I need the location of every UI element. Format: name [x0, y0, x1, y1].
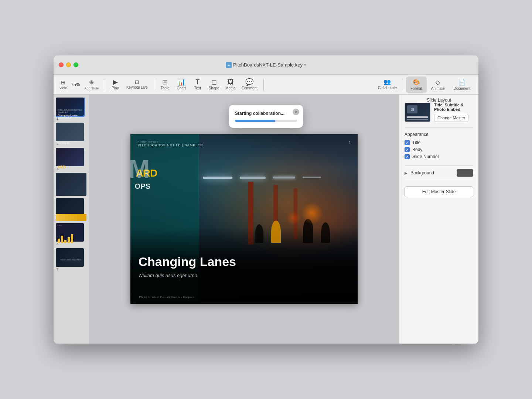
collab-popup: Starting collaboration... ✕ [229, 105, 303, 128]
separator-3 [263, 79, 264, 91]
view-button[interactable]: ⊞ View [57, 76, 69, 93]
slide-thumb-1[interactable]: PITCHBOARDS NXT LE | SAMPLER Changing La… [56, 98, 86, 120]
table-button[interactable]: ⊞ Table [157, 76, 173, 93]
layout-image-icon: 🖼 [407, 105, 417, 113]
background-color-swatch[interactable] [457, 169, 473, 177]
slide-thumb-4[interactable]: 4 [56, 173, 86, 196]
person-2 [271, 221, 281, 243]
light-glow-2 [286, 211, 301, 225]
canvas-area: PRODUCTION PITCHBOARDS NXT LE | SAMPLER … [89, 95, 399, 344]
slide-thumbnail-4 [56, 173, 84, 191]
main-title: Changing Lanes [139, 255, 236, 269]
maximize-button[interactable] [74, 62, 78, 67]
slide-thumb-7[interactable]: There's More. Much More. 7 [56, 248, 86, 271]
zoom-button[interactable]: 75% [69, 76, 82, 93]
file-icon [226, 62, 232, 68]
chart-icon: 📊 [177, 79, 185, 85]
panel-controls: 🎨 Format ◇ Animate 📄 Document [406, 76, 475, 93]
checkbox-body[interactable]: ✓ Body [405, 147, 473, 152]
slide-subtitle: Nullam quis risus eget urna. [139, 273, 199, 278]
table-icon: ⊞ [162, 79, 168, 85]
titlebar: PitchBoardsNXT-LE-Sample.key ▾ [54, 55, 478, 75]
slide-caption: Photo: Untitled, Osman Rana via Unsplash [139, 296, 195, 299]
document-panel-button[interactable]: 📄 Document [449, 76, 475, 93]
background-row: ▶ Background [405, 169, 473, 177]
close-button[interactable] [59, 62, 64, 67]
chart-bars [58, 234, 73, 243]
slide-layout-title: Slide Layout [399, 95, 478, 103]
slide-canvas[interactable]: PRODUCTION PITCHBOARDS NXT LE | SAMPLER … [130, 134, 358, 304]
slide-thumb-3[interactable]: ARD 3 [56, 148, 86, 171]
layout-line-2 [407, 119, 428, 120]
document-panel-icon: 📄 [458, 79, 466, 86]
keynote-live-button[interactable]: ⊡ Keynote Live [123, 76, 151, 93]
text-icon: T [195, 79, 200, 85]
window-title: PitchBoardsNXT-LE-Sample.key ▾ [226, 62, 306, 68]
layout-name: Title, Subtitle & Photo Embed [434, 103, 473, 112]
checkbox-slide-number-box[interactable]: ✓ [405, 154, 410, 159]
layout-preview: 🖼 Title, Subtitle & Photo Embed Change M… [399, 103, 478, 127]
appearance-section: Appearance ✓ Title ✓ Body ✓ [399, 127, 478, 166]
checkbox-slide-number-label: Slide Number [412, 154, 439, 159]
chart-button[interactable]: 📊 Chart [173, 76, 190, 93]
checkbox-title-box[interactable]: ✓ [405, 140, 410, 145]
toolbar: ⊞ View 75% ⊕ Add Slide ▶ Play ⊡ Keynote … [54, 75, 478, 95]
right-panel: Slide Layout 🖼 Title, Subtitle & Photo E… [399, 95, 478, 344]
slide-thumb-5[interactable]: 5 [56, 198, 86, 221]
slide-thumbnail-7: There's More. Much More. [56, 248, 84, 267]
animate-panel-icon: ◇ [436, 79, 440, 86]
separator-4 [403, 79, 403, 91]
format-panel-button[interactable]: 🎨 Format [406, 76, 427, 93]
text-button[interactable]: T Text [190, 76, 206, 93]
collab-close-button[interactable]: ✕ [293, 109, 299, 115]
light-glow-1 [301, 202, 323, 224]
animate-panel-button[interactable]: ◇ Animate [427, 76, 449, 93]
production-label: PRODUCTION PITCHBOARDS NXT LE | SAMPLER [138, 141, 203, 147]
divider-3 [405, 180, 473, 180]
layout-thumbnail: 🖼 [405, 103, 430, 122]
layout-line-1 [407, 116, 428, 118]
view-icon: ⊞ [61, 79, 65, 85]
background-section: ▶ Background [399, 166, 478, 180]
slide-panel: PITCHBOARDS NXT LE | SAMPLER Changing La… [54, 95, 89, 344]
slide-thumbnail-3: ARD [56, 148, 84, 166]
collab-progress-bar [235, 120, 297, 122]
slide-thumb-2[interactable]: The Story Arc... 2 [56, 123, 86, 146]
thumb-3-overlay: ARD [56, 148, 86, 171]
play-button[interactable]: ▶ Play [107, 76, 123, 93]
separator-2 [154, 79, 154, 91]
person-1 [255, 224, 263, 243]
slide-thumb-6[interactable]: • • • • • 6 [56, 223, 86, 246]
svg-rect-1 [228, 65, 230, 66]
checkbox-title-label: Title [412, 140, 420, 145]
checkbox-slide-number[interactable]: ✓ Slide Number [405, 154, 473, 159]
media-button[interactable]: 🖼 Media [222, 76, 239, 93]
checkbox-body-box[interactable]: ✓ [405, 147, 410, 152]
thumb-1-overlay: PITCHBOARDS NXT LE | SAMPLER Changing La… [56, 98, 86, 120]
comment-button[interactable]: 💬 Comment [239, 76, 260, 93]
insert-controls: ⊞ Table 📊 Chart T Text ◻ Shape 🖼 Media 💬 [157, 76, 260, 93]
collab-progress-fill [235, 120, 275, 122]
svg-rect-2 [228, 65, 230, 65]
collaborate-icon: 👥 [383, 79, 391, 85]
play-icon: ▶ [113, 79, 118, 85]
checkbox-body-label: Body [412, 147, 422, 152]
minimize-button[interactable] [66, 62, 71, 67]
comment-icon: 💬 [245, 79, 253, 85]
edit-master-slide-button[interactable]: Edit Master Slide [405, 186, 473, 197]
media-icon: 🖼 [227, 79, 234, 85]
add-slide-icon: ⊕ [89, 79, 94, 86]
format-panel-icon: 🎨 [413, 79, 420, 86]
traffic-lights [59, 62, 78, 67]
background-label: Background [410, 170, 454, 175]
shape-button[interactable]: ◻ Shape [206, 76, 222, 93]
change-master-button[interactable]: Change Master [434, 114, 468, 122]
main-window: PitchBoardsNXT-LE-Sample.key ▾ ⊞ View 75… [54, 55, 478, 344]
person-4 [321, 222, 330, 243]
separator-1 [104, 79, 104, 91]
thumb-2-overlay: The Story Arc... [56, 123, 86, 146]
checkbox-title[interactable]: ✓ Title [405, 140, 473, 145]
collaborate-button[interactable]: 👥 Collaborate [375, 76, 400, 93]
slide-thumbnail-6: • • • • • [56, 223, 84, 242]
add-slide-button[interactable]: ⊕ Add Slide [82, 76, 101, 93]
